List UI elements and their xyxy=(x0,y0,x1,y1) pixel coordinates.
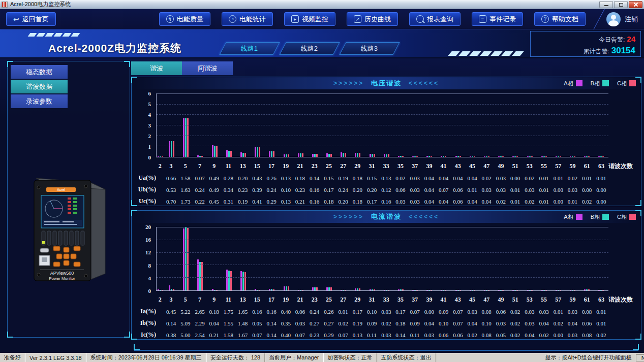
tab-line1[interactable]: 线路1 xyxy=(219,42,280,55)
x-tick-label: 51 xyxy=(508,296,523,304)
sidebar-item-label: 录波参数 xyxy=(26,97,52,106)
table-cell: 0.02 xyxy=(508,320,523,326)
tab-label: 线路1 xyxy=(241,44,258,53)
bar-phase-c xyxy=(545,156,547,157)
nav-history-curve-button[interactable]: ↗ 历史曲线 xyxy=(347,12,398,26)
bar-phase-c xyxy=(201,262,203,290)
bar-phase-b xyxy=(300,153,301,157)
table-cell: 0.28 xyxy=(221,175,235,181)
bar-phase-a xyxy=(158,156,159,157)
bar-group-h17 xyxy=(265,227,279,290)
table-cell: 0.24 xyxy=(193,187,207,193)
table-cell: 0.00 xyxy=(508,175,523,181)
table-cell: 0.04 xyxy=(479,199,494,205)
nav-label: 帮助文档 xyxy=(552,15,578,24)
minimize-button[interactable] xyxy=(599,1,613,8)
maximize-button[interactable] xyxy=(614,1,628,8)
tab-line2[interactable]: 线路2 xyxy=(279,42,340,55)
tab-interharmonic[interactable]: 间谐波 xyxy=(182,61,233,75)
bar-group-h7 xyxy=(193,94,207,157)
x-tick-label: 2 xyxy=(156,296,164,304)
x-tick-label: 15 xyxy=(250,162,264,170)
x-tick-label: 45 xyxy=(465,296,479,304)
bar-phase-b xyxy=(486,290,487,290)
bar-phase-b xyxy=(357,153,358,157)
bar-phase-c xyxy=(345,153,346,157)
logout-button[interactable]: 注销 xyxy=(606,12,638,26)
table-cell: 1.48 xyxy=(236,320,250,326)
table-cell: 0.29 xyxy=(264,199,279,205)
bar-phase-a xyxy=(326,153,328,157)
bar-phase-a xyxy=(240,271,242,290)
phase-legend: A相 B相 C相 xyxy=(564,211,636,223)
sidebar-item-harmonic-data[interactable]: 谐波数据 xyxy=(11,80,68,93)
bar-phase-b xyxy=(572,156,573,157)
nav-report-query-button[interactable]: 报表查询 xyxy=(409,12,461,26)
nav-event-record-button[interactable]: ≡ 事件记录 xyxy=(472,12,523,26)
plot-area xyxy=(156,227,608,291)
table-cell: 0.02 xyxy=(393,175,408,181)
bar-phase-b xyxy=(558,290,559,290)
close-button[interactable] xyxy=(629,1,642,8)
tab-harmonic[interactable]: 谐波 xyxy=(131,61,182,75)
x-tick-label: 21 xyxy=(293,162,307,170)
table-cell: 0.01 xyxy=(594,175,608,181)
sidebar-item-steady-data[interactable]: 稳态数据 xyxy=(11,65,68,79)
x-tick-label: 39 xyxy=(422,162,436,170)
bar-phase-c xyxy=(330,154,332,157)
bar-phase-a xyxy=(312,287,314,290)
table-cell: 0.00 xyxy=(594,199,608,205)
table-cell: 0.02 xyxy=(523,199,537,205)
table-cell: 0.03 xyxy=(537,309,551,315)
nav-help-doc-button[interactable]: ? 帮助文档 xyxy=(534,12,586,26)
table-cell: 0.06 xyxy=(451,199,465,205)
back-home-button[interactable]: ↩ 返回首页 xyxy=(6,12,56,26)
table-cell: 0.01 xyxy=(580,175,594,181)
sidebar-item-wave-params[interactable]: 录波参数 xyxy=(11,94,68,108)
table-cell: 0.19 xyxy=(350,320,364,326)
y-tick-label: 0 xyxy=(148,154,151,160)
table-cell: 0.02 xyxy=(379,320,393,326)
bar-group-h53 xyxy=(523,94,537,157)
table-cell: 0.18 xyxy=(350,175,364,181)
bar-group-h27 xyxy=(336,94,351,157)
nav-power-quality-button[interactable]: ↯ 电能质量 xyxy=(159,12,210,26)
bar-phase-b xyxy=(529,290,531,290)
x-tick-label: 55 xyxy=(537,162,551,170)
harmonic-tabs: 谐波 间谐波 xyxy=(131,61,641,75)
bar-phase-b xyxy=(457,290,459,290)
bar-phase-a xyxy=(384,290,385,290)
table-cell: 0.26 xyxy=(322,309,336,315)
bar-phase-b xyxy=(286,286,287,290)
bar-group-h55 xyxy=(537,94,551,157)
trend-curve-icon: ↗ xyxy=(354,15,361,23)
nav-video-monitor-button[interactable]: ▸ 视频监控 xyxy=(284,12,335,26)
bar-phase-a xyxy=(556,156,557,157)
table-cell: 1.58 xyxy=(178,175,193,181)
table-cell: 0.17 xyxy=(350,309,364,315)
tab-line3[interactable]: 线路3 xyxy=(339,42,400,55)
table-cell: 0.66 xyxy=(164,175,178,181)
table-cell: 0.35 xyxy=(279,320,293,326)
panel-header: >>>>>> 电流谐波 <<<<<< A相 B相 C相 xyxy=(132,211,641,223)
x-tick-label: 29 xyxy=(350,162,364,170)
bar-phase-b xyxy=(600,156,602,157)
x-tick-label: 63 xyxy=(594,162,608,170)
table-cell: 0.01 xyxy=(594,309,608,315)
bar-phase-b xyxy=(314,287,316,290)
bar-phase-b xyxy=(400,289,402,290)
table-cell: 5.00 xyxy=(178,332,193,338)
table-cell: 0.34 xyxy=(221,187,235,193)
nav-energy-stats-button[interactable]: ◔ 电能统计 xyxy=(222,12,273,26)
bar-phase-a xyxy=(484,156,485,157)
bar-phase-b xyxy=(443,156,444,157)
close-icon xyxy=(633,2,638,7)
table-cell: 0.02 xyxy=(336,320,350,326)
bar-phase-b xyxy=(160,156,161,157)
voltage-harmonics-panel: >>>>>> 电压谐波 <<<<<< A相 B相 C相 0123456 2357… xyxy=(131,77,641,206)
table-cell: 0.14 xyxy=(308,175,322,181)
bar-phase-a xyxy=(570,156,571,157)
table-cell: 0.19 xyxy=(336,175,350,181)
bar-phase-b xyxy=(357,288,358,290)
bar-phase-a xyxy=(169,141,170,157)
